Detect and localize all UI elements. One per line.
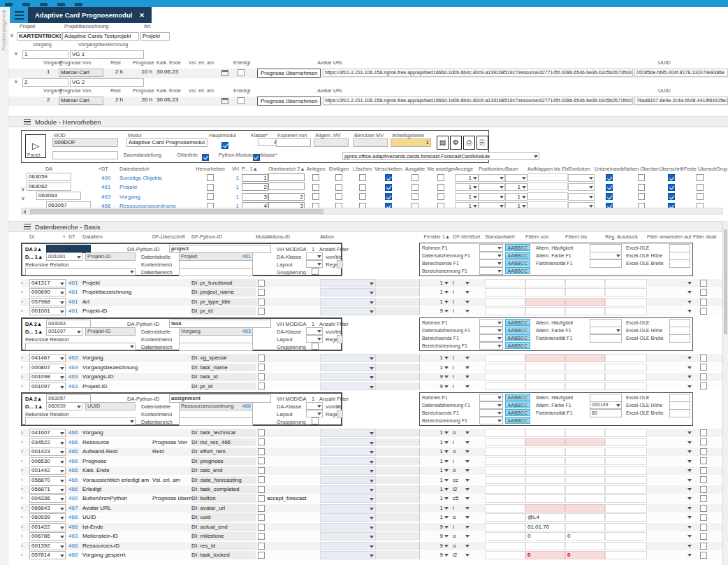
fenster-select[interactable]: 1 [419,438,450,447]
rekursive-relation-select[interactable] [25,417,136,425]
positionierung-select[interactable] [479,174,505,182]
aktions-id-value[interactable] [267,429,320,437]
filtern-bis-field[interactable] [565,494,605,503]
filtern-von-field[interactable] [525,494,565,503]
filtern-bis-field[interactable] [565,364,605,372]
aktions-id-value[interactable] [267,382,320,391]
filter-deak-checkbox[interactable] [700,364,707,371]
filter-anwenden-select[interactable] [647,466,693,475]
standardwert-field[interactable] [485,354,525,362]
modul-field[interactable]: Adaptive Card Prognosemodul [126,138,208,147]
printer-icon[interactable]: ⎙ [463,136,475,150]
gear-icon[interactable]: ⚙ [450,136,462,150]
filter-anwenden-select[interactable] [647,382,693,391]
filtern-von-field[interactable] [525,485,565,494]
task-name-field[interactable]: VG 1 [70,50,144,59]
verschieben-checkbox[interactable] [385,174,392,181]
ueberschrift-checkbox[interactable] [668,174,675,181]
sort-cell[interactable] [471,354,485,362]
filter-deak-checkbox[interactable] [700,438,707,445]
row-expander-icon[interactable]: › [21,466,29,475]
einruecken-select[interactable] [568,174,595,182]
filter-deak-checkbox[interactable] [700,429,707,436]
di-field[interactable]: 057814 [29,551,66,559]
aktions-id-value[interactable] [267,279,320,287]
reg-ausdruck-field[interactable] [605,382,647,391]
basis-section-header[interactable]: Datenbereiche - Basis [8,221,728,232]
filtern-von-field[interactable] [525,288,565,296]
standardwert-field[interactable] [485,279,525,287]
muss-checkbox[interactable] [258,308,265,315]
baum-select[interactable] [505,174,527,182]
reg-ausdruck-field[interactable] [605,523,647,531]
filter-deak-checkbox[interactable] [700,495,707,502]
aktion-select[interactable] [320,429,376,437]
sort-cell[interactable] [471,382,485,391]
row-expander-icon[interactable]: › [21,298,29,306]
loeschen-checkbox[interactable] [359,174,366,181]
close-icon[interactable]: ✕ [139,12,145,19]
aktions-id-value[interactable] [267,354,320,362]
baum-select[interactable]: 1 [505,193,527,201]
toolbar-icon[interactable] [75,3,82,6]
altern-farbe-select[interactable] [590,252,622,259]
standardwert-field[interactable] [485,485,525,494]
row-expander-icon[interactable]: › [21,307,29,315]
loeschen-checkbox[interactable] [359,184,366,191]
aktion-select[interactable] [320,448,376,456]
df-verh-select[interactable]: i [450,382,471,391]
muss-checkbox[interactable] [258,543,265,550]
aktions-id-value[interactable] [267,457,320,466]
h-fenster[interactable]: Fenster 1▲ [419,234,450,240]
datensatztrennung-color-field[interactable]: AABBCC [505,252,530,259]
filtern-bis-field[interactable] [565,504,605,513]
muss-checkbox[interactable] [258,438,265,445]
filter-deak-checkbox[interactable] [700,448,707,455]
calendar-icon[interactable] [221,70,228,76]
sort-cell[interactable] [471,551,485,559]
fenster-select[interactable]: 1 [419,448,450,456]
filtern-bis-field[interactable] [565,438,605,447]
standardwert-field[interactable] [485,382,525,391]
bereichstrennung-color-field[interactable]: AABBCC [505,267,530,274]
excel-ole-breite-field[interactable] [669,259,690,268]
filtern-bis-field[interactable] [565,485,605,494]
fenster-select[interactable]: 1 [419,466,450,475]
horizontal-scrollbar[interactable] [21,208,723,215]
di-field[interactable]: 001423 [29,448,66,456]
row-expander-icon[interactable]: › [21,532,29,541]
fenster-select[interactable]: 1 [419,354,450,362]
muss-checkbox[interactable] [258,299,265,306]
datenbereich-link[interactable]: Vorgang [119,194,193,200]
aktion-select[interactable] [320,523,376,531]
oberbereich-field[interactable] [268,183,305,190]
feste-ueberschrift-checkbox[interactable] [697,184,704,191]
sort-cell[interactable] [471,485,485,494]
layout-select[interactable] [306,335,323,343]
sort-cell[interactable] [471,513,485,522]
bereichstrennung-color-field[interactable]: AABBCC [505,417,530,424]
untereinander-checkbox[interactable] [606,184,613,191]
verschieben-checkbox[interactable] [385,184,392,191]
aktions-id-value[interactable] [267,364,320,372]
positionierung-select[interactable] [479,183,505,191]
hervorheben-checkbox[interactable] [207,193,214,200]
filter-anwenden-select[interactable] [647,494,693,503]
fenster-select[interactable]: 1 [419,279,450,287]
project-expander-icon[interactable]: ∨ [10,32,14,38]
sort-cell[interactable] [471,448,485,456]
di-field[interactable]: 041317 [29,279,66,287]
aktions-id-value[interactable] [267,513,320,522]
filter-deak-checkbox[interactable] [700,457,707,464]
row-expander-icon[interactable]: › [21,279,29,287]
aktion-select[interactable] [320,551,376,559]
filter-anwenden-select[interactable] [647,476,693,485]
standardwert-field[interactable] [485,364,525,372]
feste-ueberschrift-checkbox[interactable] [697,193,704,200]
standardwert-field[interactable] [485,298,525,306]
df-verh-select[interactable]: o [450,532,471,541]
filter-anwenden-select[interactable] [647,513,693,522]
aktions-id-value[interactable] [267,542,320,550]
toolbar-icon[interactable] [5,3,13,6]
di-field[interactable]: 001001 [29,307,66,315]
